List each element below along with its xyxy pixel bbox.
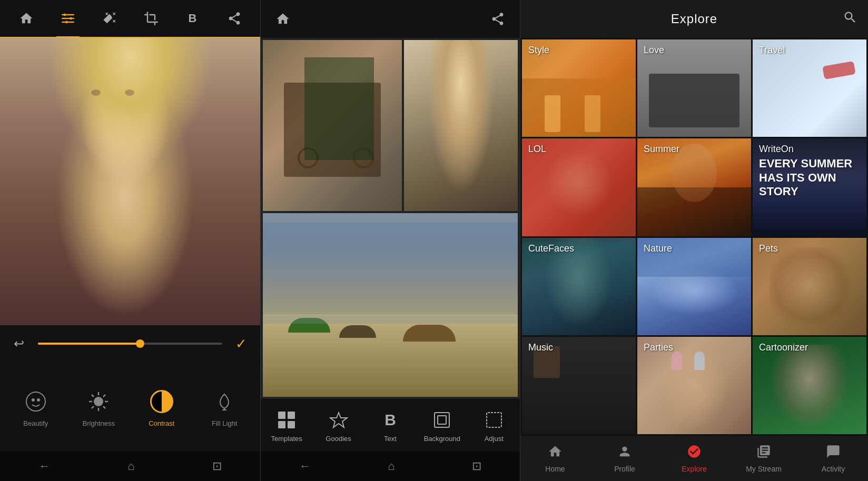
contrast-icon bbox=[147, 387, 176, 416]
explore-title: Explore bbox=[671, 12, 717, 26]
goodies-tool[interactable]: Goodies bbox=[318, 408, 360, 443]
background-tool[interactable]: Background bbox=[421, 408, 463, 443]
explore-cell-love[interactable]: Love bbox=[637, 39, 751, 137]
svg-line-17 bbox=[92, 395, 94, 397]
explore-cell-style[interactable]: Style bbox=[522, 39, 636, 137]
goodies-icon bbox=[327, 408, 350, 432]
text-icon: B bbox=[379, 408, 402, 432]
undo-button[interactable]: ↩ bbox=[8, 333, 29, 354]
search-button[interactable] bbox=[843, 10, 857, 28]
home-icon[interactable] bbox=[15, 7, 38, 30]
slider-thumb[interactable] bbox=[136, 339, 144, 348]
explore-cell-nature[interactable]: Nature bbox=[637, 238, 751, 335]
contrast-tool[interactable]: Contrast bbox=[143, 387, 180, 427]
panel-explore: Explore Style Love bbox=[520, 0, 868, 481]
home-tab-label: Home bbox=[545, 465, 565, 473]
explore-cell-cutefaces[interactable]: CuteFaces bbox=[522, 238, 636, 335]
bottom-nav: Home Profile Explore bbox=[520, 436, 868, 481]
home-nav-button[interactable]: ⌂ bbox=[117, 455, 145, 477]
svg-rect-2 bbox=[66, 14, 74, 15]
adjust-icon bbox=[482, 408, 506, 432]
adjust-tool[interactable]: Adjust bbox=[473, 408, 515, 443]
brightness-tool[interactable]: Brightness bbox=[80, 387, 117, 427]
panel2-nav: ← ⌂ ⊡ bbox=[261, 452, 520, 481]
explore-cell-pets[interactable]: Pets bbox=[753, 238, 866, 335]
explore-cell-parties[interactable]: Parties bbox=[637, 337, 751, 434]
confirm-button[interactable]: ✓ bbox=[231, 333, 252, 354]
adjust-label: Adjust bbox=[485, 435, 504, 443]
text-tool[interactable]: B Text bbox=[369, 408, 411, 443]
nav-home[interactable]: Home bbox=[529, 444, 581, 473]
nav-profile[interactable]: Profile bbox=[598, 444, 651, 473]
panel1-controls: ↩ ✓ Beautify bbox=[0, 325, 260, 452]
svg-rect-1 bbox=[62, 14, 64, 15]
panel2-share-icon[interactable] bbox=[486, 7, 509, 31]
background-label: Background bbox=[424, 435, 460, 443]
lol-label: LOL bbox=[528, 144, 546, 155]
profile-tab-icon bbox=[617, 444, 632, 463]
panel2-toolbar bbox=[261, 0, 520, 38]
svg-rect-4 bbox=[62, 18, 70, 19]
svg-rect-26 bbox=[288, 421, 295, 428]
adjustment-slider[interactable] bbox=[38, 343, 222, 345]
collage-cell-boats[interactable] bbox=[263, 213, 518, 397]
panel2-home-button[interactable]: ⌂ bbox=[377, 455, 405, 477]
home-tab-icon bbox=[548, 444, 563, 463]
panel-photo-editor: B ↩ ✓ bbox=[0, 0, 260, 481]
explore-cell-cartoonizer[interactable]: Cartoonizer bbox=[753, 337, 866, 434]
pets-label: Pets bbox=[759, 243, 778, 254]
svg-point-10 bbox=[32, 398, 35, 402]
nav-mystream[interactable]: My Stream bbox=[737, 444, 790, 473]
collage-cell-girl[interactable] bbox=[404, 40, 518, 211]
svg-line-18 bbox=[103, 406, 105, 408]
panel2-recent-button[interactable]: ⊡ bbox=[461, 455, 492, 477]
svg-rect-5 bbox=[72, 18, 74, 19]
panel2-home-icon[interactable] bbox=[271, 7, 294, 31]
fill-light-icon bbox=[210, 387, 239, 416]
beautify-icon bbox=[21, 387, 51, 416]
mystream-tab-icon bbox=[756, 444, 771, 463]
svg-line-19 bbox=[103, 395, 105, 397]
explore-cell-travel[interactable]: Travel bbox=[753, 39, 866, 137]
collage-cell-bike[interactable] bbox=[263, 40, 402, 211]
text-label: Text bbox=[384, 435, 397, 443]
beautify-tool[interactable]: Beautify bbox=[17, 387, 54, 427]
fill-light-tool[interactable]: Fill Light bbox=[206, 387, 243, 427]
bold-icon[interactable]: B bbox=[181, 7, 204, 30]
nature-label: Nature bbox=[644, 243, 672, 254]
portrait-hair bbox=[0, 38, 260, 225]
templates-icon bbox=[275, 408, 298, 432]
controls-slider-row: ↩ ✓ bbox=[0, 325, 260, 362]
fill-light-label: Fill Light bbox=[212, 419, 237, 427]
explore-cell-summer[interactable]: Summer bbox=[637, 138, 751, 236]
share-icon[interactable] bbox=[223, 7, 246, 30]
profile-tab-label: Profile bbox=[614, 465, 635, 473]
svg-rect-24 bbox=[288, 412, 295, 419]
panel2-back-button[interactable]: ← bbox=[289, 455, 321, 477]
explore-cell-lol[interactable]: LOL bbox=[522, 138, 636, 236]
back-button[interactable]: ← bbox=[28, 455, 61, 477]
templates-tool[interactable]: Templates bbox=[265, 408, 308, 443]
tune-icon[interactable] bbox=[56, 7, 80, 30]
explore-cell-music[interactable]: Music bbox=[522, 337, 636, 434]
panel1-nav: ← ⌂ ⊡ bbox=[0, 452, 260, 481]
svg-point-9 bbox=[26, 392, 45, 411]
tools-row: Beautify Brightness bbox=[0, 362, 260, 452]
auto-fix-icon[interactable] bbox=[98, 7, 121, 30]
collage-row-bottom bbox=[263, 213, 518, 397]
activity-tab-icon bbox=[826, 444, 841, 463]
explore-cell-writeon[interactable]: WriteOn EVERY SUMMER HAS ITS OWN STORY bbox=[753, 138, 866, 236]
cutefaces-label: CuteFaces bbox=[528, 243, 574, 254]
parties-label: Parties bbox=[644, 342, 673, 353]
nav-explore[interactable]: Explore bbox=[668, 444, 721, 473]
beautify-label: Beautify bbox=[23, 419, 48, 427]
recent-button[interactable]: ⊡ bbox=[202, 455, 232, 477]
svg-rect-7 bbox=[62, 22, 66, 23]
crop-icon[interactable] bbox=[140, 7, 163, 30]
panel1-photo bbox=[0, 38, 260, 325]
nav-activity[interactable]: Activity bbox=[807, 444, 860, 473]
slider-fill bbox=[38, 343, 140, 345]
background-icon bbox=[430, 408, 453, 432]
explore-header: Explore bbox=[520, 0, 868, 38]
summer-label: Summer bbox=[644, 144, 679, 155]
